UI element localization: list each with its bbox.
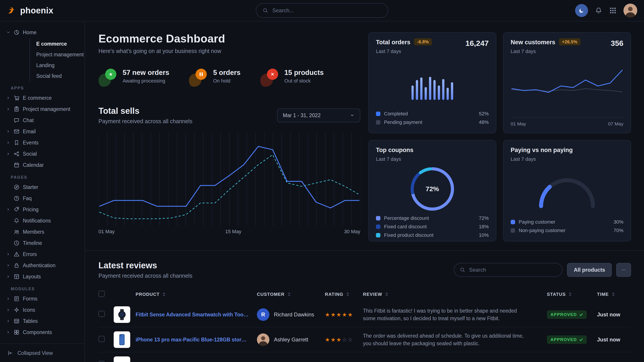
column-header-review[interactable]: REVIEW — [363, 292, 547, 297]
sidebar-subitem-social-feed[interactable]: Social feed — [36, 71, 81, 81]
customer-avatar — [257, 333, 270, 346]
select-all-checkbox[interactable] — [98, 291, 105, 297]
sidebar-item-timeline[interactable]: Timeline — [6, 237, 81, 249]
moon-icon — [579, 7, 584, 13]
sidebar-item-faq[interactable]: Faq — [6, 193, 81, 204]
sidebar-item-notifications[interactable]: Notifications — [6, 215, 81, 226]
puzzle-icon — [14, 329, 20, 335]
notifications-button[interactable] — [595, 7, 602, 14]
column-label: PRODUCT — [136, 292, 160, 297]
theme-toggle-button[interactable] — [575, 4, 588, 17]
sidebar-item-chat[interactable]: Chat — [6, 115, 81, 126]
date-range-value: Mar 1 - 31, 2022 — [283, 112, 321, 118]
apps-grid-button[interactable] — [609, 7, 617, 14]
card-value: 356 — [611, 39, 624, 48]
more-options-button[interactable] — [616, 263, 631, 277]
row-checkbox[interactable] — [98, 361, 105, 362]
sidebar-item-layouts[interactable]: Layouts — [6, 271, 81, 282]
date-range-select[interactable]: Mar 1 - 31, 2022 — [277, 108, 360, 122]
sidebar-subitem-e-commerce[interactable]: E commerce — [36, 38, 81, 49]
caret-down-icon — [6, 30, 10, 34]
sidebar-item-tables[interactable]: Tables — [6, 316, 81, 327]
paying-gauge-chart — [534, 171, 600, 209]
product-link[interactable]: Fitbit Sense Advanced Smartwatch with To… — [136, 312, 249, 318]
dashboard-section: Ecommerce Dashboard Here's what's going … — [85, 21, 644, 250]
layout-icon — [14, 274, 20, 280]
column-header-rating[interactable]: RATING — [325, 292, 363, 297]
row-checkbox[interactable] — [98, 336, 105, 342]
sidebar-item-email[interactable]: Email — [6, 126, 81, 137]
sidebar-item-label: Tables — [23, 318, 38, 324]
topbar-search[interactable] — [256, 3, 388, 18]
table-row: iPhone 13 pro max-Pacific Blue-128GB sto… — [98, 327, 631, 353]
top-coupons-card: Top coupons Last 7 days 72% Percentage d… — [368, 140, 496, 242]
brand[interactable]: phoenix — [7, 5, 86, 15]
legend-item: Non-paying customer70% — [511, 226, 624, 235]
new-orders-icon: ★ — [98, 69, 117, 86]
grid-icon — [609, 7, 617, 14]
legend-swatch — [376, 216, 380, 220]
legend-item: Pending payment48% — [376, 118, 489, 127]
sidebar-item-label: Members — [23, 229, 44, 235]
sidebar-item-components[interactable]: Components — [6, 327, 81, 338]
envelope-icon — [14, 128, 20, 135]
card-title: Total orders — [376, 39, 410, 46]
sidebar-item-icons[interactable]: Icons — [6, 304, 81, 316]
sidebar-item-e-commerce[interactable]: E commerce — [6, 92, 81, 103]
sidebar-group-label: APPS — [6, 86, 81, 90]
sidebar-subitem-landing[interactable]: Landing — [36, 60, 81, 71]
sidebar-item-forms[interactable]: Forms — [6, 293, 81, 304]
total-sells-chart-area: 01 May 15 May 30 May — [98, 131, 360, 236]
search-input[interactable] — [272, 7, 382, 14]
sidebar-item-home[interactable]: Home — [6, 27, 81, 38]
sidebar-item-project-management[interactable]: Project management — [6, 103, 81, 115]
sidebar-item-pricing[interactable]: Pricing — [6, 204, 81, 215]
customer-name: Richard Dawkins — [274, 312, 314, 318]
product-link[interactable]: iPhone 13 pro max-Pacific Blue-128GB sto… — [136, 337, 249, 343]
total-orders-legend: Completed52%Pending payment48% — [376, 110, 489, 127]
sidebar-item-label: Home — [23, 29, 36, 35]
reviews-search-input[interactable] — [469, 267, 557, 273]
sidebar-item-label: Calendar — [23, 162, 44, 168]
sidebar-item-events[interactable]: Events — [6, 137, 81, 148]
sidebar-item-starter[interactable]: Starter — [6, 182, 81, 193]
sort-icon — [568, 292, 572, 297]
legend-swatch — [376, 233, 380, 237]
caret-right-icon — [6, 319, 10, 323]
column-header-product[interactable]: PRODUCT — [114, 292, 257, 297]
out-of-stock-icon: × — [260, 69, 279, 86]
column-header-customer[interactable]: CUSTOMER — [257, 292, 325, 297]
pie-icon — [14, 29, 20, 35]
sidebar-item-label: Email — [23, 129, 36, 135]
legend-item: Percentage discount72% — [376, 214, 489, 223]
sidebar-item-label: Authentication — [23, 263, 56, 269]
product-thumbnail — [114, 357, 130, 362]
collapsed-view-button[interactable]: Collapsed View — [0, 344, 84, 362]
table-header-row: PRODUCTCUSTOMERRATINGREVIEWSTATUSTIME — [98, 286, 631, 302]
sort-icon — [162, 292, 166, 297]
sidebar-item-social[interactable]: Social — [6, 148, 81, 159]
user-avatar[interactable] — [624, 3, 637, 17]
sidebar-item-authentication[interactable]: Authentication — [6, 260, 81, 271]
latest-reviews-section: Latest reviews Payment received across a… — [85, 250, 644, 362]
review-time: Just now — [597, 312, 631, 318]
sidebar-item-label: Events — [23, 140, 38, 146]
card-period: Last 7 days — [511, 48, 580, 54]
sidebar-subnav: E commerceProject managementLandingSocia… — [30, 38, 81, 81]
sidebar-item-members[interactable]: Members — [6, 226, 81, 237]
stat-caption: Awating processing — [122, 78, 169, 84]
reviews-table: PRODUCTCUSTOMERRATINGREVIEWSTATUSTIME Fi… — [98, 286, 631, 362]
column-header-time[interactable]: TIME — [597, 292, 631, 297]
cart-icon — [14, 95, 20, 101]
reviews-search[interactable] — [454, 263, 562, 277]
all-products-button[interactable]: All products — [567, 263, 612, 277]
collapsed-view-label: Collapsed View — [18, 350, 53, 356]
row-checkbox[interactable] — [98, 311, 105, 317]
reviews-table-body: Fitbit Sense Advanced Smartwatch with To… — [98, 302, 631, 362]
sidebar-subitem-project-management[interactable]: Project management — [36, 49, 81, 60]
column-header-status[interactable]: STATUS — [547, 292, 597, 297]
new-customers-card: New customers+26.5% Last 7 days 356 01 M… — [503, 32, 631, 133]
sidebar-item-errors[interactable]: Errors — [6, 249, 81, 260]
sidebar-item-label: Project management — [23, 106, 70, 112]
sidebar-item-calendar[interactable]: Calendar — [6, 159, 81, 171]
